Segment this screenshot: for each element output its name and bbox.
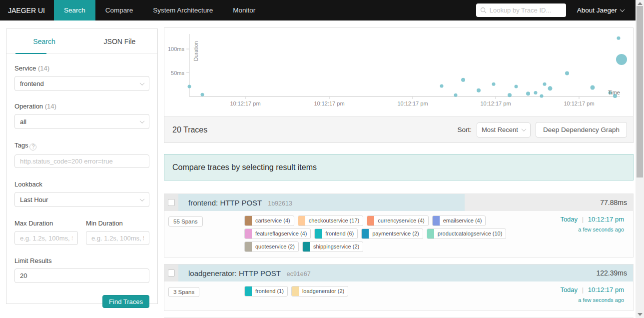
nav-item-system-architecture[interactable]: System Architecture: [143, 0, 223, 20]
service-chip-productcatalogservice: productcatalogservice (10): [427, 228, 507, 239]
service-chips: cartservice (4)checkoutservice (17)curre…: [244, 216, 530, 252]
service-chip-label: productcatalogservice (10): [434, 229, 506, 238]
chevron-down-icon: [140, 80, 145, 86]
nav-right: About Jaeger: [476, 0, 644, 20]
duration-scatter-chart: 100ms50ms 10:12:17 pm10:12:17 pm10:12:17…: [164, 28, 633, 116]
deep-dependency-graph-button[interactable]: Deep Dependency Graph: [536, 122, 627, 138]
service-chip-quoteservice: quoteservice (2): [244, 242, 299, 252]
trace-point[interactable]: [616, 54, 627, 65]
trace-point[interactable]: [492, 82, 496, 86]
scrollbar-thumb[interactable]: [637, 6, 643, 178]
x-tick-label: 10:12:17 pm: [314, 100, 344, 106]
trace-date-time[interactable]: 10:12:17 pm: [588, 216, 624, 223]
trace-header[interactable]: loadgenerator: HTTP POST ec91e67 122.39m…: [164, 264, 633, 282]
trace-point[interactable]: [440, 84, 444, 88]
min-duration-label: Min Duration: [86, 220, 149, 227]
max-duration-wrap: [14, 231, 78, 245]
trace-date-day[interactable]: Today: [560, 286, 578, 294]
trace-checkbox[interactable]: [168, 199, 175, 206]
trace-point[interactable]: [565, 71, 569, 75]
trace-title-text: frontend: HTTP POST: [188, 198, 262, 207]
trace-point[interactable]: [540, 94, 544, 98]
service-color-swatch: [245, 216, 252, 226]
min-duration-input[interactable]: [91, 234, 144, 242]
service-chip-frontend: frontend (6): [314, 228, 358, 239]
trace-lookup-box[interactable]: [476, 4, 566, 17]
results-header-bar: 20 Traces Sort: Most Recent Deep Depende…: [164, 116, 633, 142]
trace-lookup-input[interactable]: [490, 6, 562, 14]
trace-point[interactable]: [515, 85, 518, 88]
service-chip-checkoutservice: checkoutservice (17): [298, 216, 364, 226]
trace-point[interactable]: [461, 78, 465, 82]
min-duration-wrap: [86, 231, 149, 245]
service-chip-label: currencyservice (4): [374, 216, 428, 226]
about-jaeger-menu[interactable]: About Jaeger: [577, 6, 624, 14]
trace-id: ec91e67: [287, 270, 311, 278]
service-color-swatch: [362, 229, 369, 238]
compare-banner: Compare traces by selecting result items: [164, 154, 634, 180]
sort-value: Most Recent: [482, 126, 518, 134]
trace-duration: 77.88ms: [600, 198, 633, 206]
trace-point[interactable]: [477, 88, 481, 92]
span-count-chip: 55 Spans: [168, 216, 203, 226]
trace-point[interactable]: [188, 85, 191, 88]
service-value: frontend: [20, 80, 44, 88]
lookback-select[interactable]: Last Hour: [14, 192, 149, 207]
search-sidebar: Search JSON File Service (14) frontend O…: [6, 28, 158, 304]
service-chip-shippingservice: shippingservice (2): [302, 242, 363, 252]
max-duration-input[interactable]: [20, 234, 72, 242]
tab-json-file[interactable]: JSON File: [82, 29, 157, 54]
help-icon[interactable]: ?: [29, 144, 36, 150]
trace-id: 1b92613: [268, 200, 292, 207]
lookback-label: Lookback: [14, 180, 149, 188]
scatter-plot-svg[interactable]: 100ms50ms 10:12:17 pm10:12:17 pm10:12:17…: [164, 28, 633, 116]
trace-point[interactable]: [526, 92, 530, 96]
service-chip-label: shippingservice (2): [310, 242, 363, 252]
nav-item-monitor[interactable]: Monitor: [223, 0, 265, 20]
service-select[interactable]: frontend: [14, 76, 149, 91]
trace-date: Today | 10:12:17 pm a few seconds ago: [530, 286, 628, 306]
service-chips: frontend (1)loadgenerator (2): [244, 286, 530, 306]
max-duration-label: Max Duration: [14, 220, 78, 227]
trace-point[interactable]: [454, 94, 458, 97]
limit-results-input[interactable]: [20, 272, 144, 280]
trace-checkbox-cell: [164, 264, 178, 282]
x-tick-label: 10:12:17 pm: [564, 100, 594, 106]
trace-result-item[interactable]: frontend: HTTP POST 1b92613 77.88ms 55 S…: [164, 194, 634, 258]
tab-search[interactable]: Search: [6, 29, 82, 54]
trace-result-item[interactable]: loadgenerator: HTTP POST ec91e67 122.39m…: [164, 264, 634, 311]
trace-point[interactable]: [617, 36, 621, 40]
trace-checkbox[interactable]: [168, 270, 175, 276]
trace-point[interactable]: [548, 86, 553, 90]
chevron-down-icon: [140, 196, 145, 202]
find-traces-button[interactable]: Find Traces: [102, 295, 149, 308]
trace-title: frontend: HTTP POST 1b92613: [188, 198, 292, 207]
trace-age: a few seconds ago: [530, 226, 624, 232]
sort-select[interactable]: Most Recent: [477, 122, 531, 138]
main-content: 100ms50ms 10:12:17 pm10:12:17 pm10:12:17…: [164, 28, 634, 318]
nav-item-compare[interactable]: Compare: [95, 0, 143, 20]
page-scrollbar[interactable]: [636, 0, 644, 318]
tags-input[interactable]: [20, 158, 144, 165]
service-chip-frontend: frontend (1): [244, 286, 288, 296]
trace-age: a few seconds ago: [530, 297, 624, 303]
trace-point[interactable]: [201, 93, 204, 96]
service-chip-label: loadgenerator (2): [299, 286, 348, 296]
service-chip-paymentservice: paymentservice (2): [361, 228, 423, 239]
service-color-swatch: [298, 216, 305, 226]
trace-point[interactable]: [591, 85, 595, 90]
trace-point[interactable]: [543, 82, 547, 86]
operation-select[interactable]: all: [14, 114, 149, 129]
x-axis-label: Time: [608, 90, 620, 96]
trace-checkbox-cell: [164, 194, 178, 211]
service-chip-label: cartservice (4): [252, 216, 294, 226]
scroll-up-arrow-icon[interactable]: [638, 2, 643, 5]
trace-date: Today | 10:12:17 pm a few seconds ago: [530, 216, 628, 252]
trace-point[interactable]: [508, 93, 512, 97]
trace-date-time[interactable]: 10:12:17 pm: [588, 286, 624, 294]
scroll-down-arrow-icon[interactable]: [638, 313, 643, 316]
trace-date-day[interactable]: Today: [560, 216, 578, 223]
trace-header[interactable]: frontend: HTTP POST 1b92613 77.88ms: [164, 194, 633, 211]
trace-point[interactable]: [534, 91, 538, 94]
nav-item-search[interactable]: Search: [54, 0, 95, 20]
